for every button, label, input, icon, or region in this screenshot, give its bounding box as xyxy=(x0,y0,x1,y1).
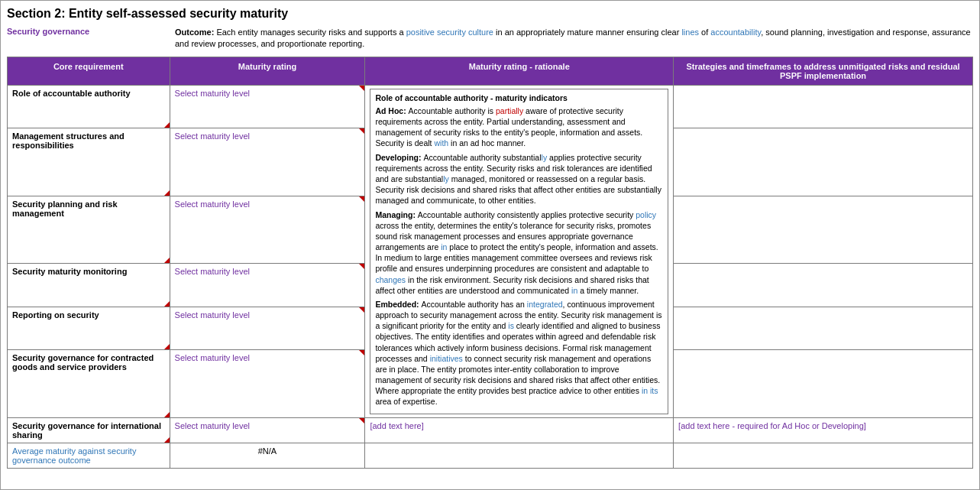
level-text-emb-its: its xyxy=(650,386,658,395)
page-wrapper: Section 2: Entity self-assessed security… xyxy=(0,0,980,490)
outcome-text: Outcome: Each entity manages security ri… xyxy=(175,27,973,50)
core-req-contracted: Security governance for contracted goods… xyxy=(8,349,170,417)
outcome-lines: lines xyxy=(681,28,699,37)
header-maturity-rating: Maturity rating xyxy=(170,57,365,85)
select-maturity-6[interactable]: Select maturity level xyxy=(175,421,250,430)
strategies-cell-1 xyxy=(674,128,973,196)
core-req-role-accountable: Role of accountable authority xyxy=(8,85,170,128)
rating-cell-3[interactable]: Select maturity level xyxy=(170,264,365,307)
strategies-cell-0 xyxy=(674,85,973,128)
level-text-dev-ly: ly xyxy=(542,153,548,162)
maturity-panel-title: Role of accountable authority - maturity… xyxy=(375,92,663,103)
rating-cell-2[interactable]: Select maturity level xyxy=(170,196,365,264)
level-text-adhoc-partial: partially xyxy=(496,106,523,115)
rating-cell-6[interactable]: Select maturity level xyxy=(170,417,365,443)
rating-cell-5[interactable]: Select maturity level xyxy=(170,349,365,417)
avg-rationale-cell xyxy=(365,443,674,468)
strategies-cell-2 xyxy=(674,196,973,264)
maturity-level-managing: Managing: Accountable authority consiste… xyxy=(375,209,663,296)
select-maturity-0[interactable]: Select maturity level xyxy=(175,89,250,98)
level-text-man-changes: changes xyxy=(375,275,406,284)
level-text-adhoc: Accountable authority is xyxy=(409,106,496,115)
select-maturity-1[interactable]: Select maturity level xyxy=(175,131,250,141)
level-name-developing: Developing: xyxy=(375,153,423,162)
level-name-managing: Managing: xyxy=(375,210,417,219)
header-core-req: Core requirement xyxy=(8,57,170,85)
table-row: Security governance for international sh… xyxy=(8,417,973,443)
select-maturity-2[interactable]: Select maturity level xyxy=(175,200,250,209)
core-req-reporting: Reporting on security xyxy=(8,307,170,349)
avg-label: Average maturity against security govern… xyxy=(12,446,136,465)
outcome-positive: positive security culture xyxy=(406,28,493,37)
outcome-label: Security governance xyxy=(7,27,175,50)
strategies-cell-4 xyxy=(674,307,973,349)
core-req-planning: Security planning and risk management xyxy=(8,196,170,264)
strategies-cell-6[interactable]: [add text here - required for Ad Hoc or … xyxy=(674,417,973,443)
maturity-level-adhoc: Ad Hoc: Accountable authority is partial… xyxy=(375,105,663,149)
level-text-emb-1: Accountable authority has an xyxy=(422,300,527,309)
section-title: Section 2: Entity self-assessed security… xyxy=(7,7,973,21)
level-text-man-5: a timely manner. xyxy=(577,286,639,295)
strategies-add-text-6: [add text here - required for Ad Hoc or … xyxy=(678,421,866,430)
rating-cell-4[interactable]: Select maturity level xyxy=(170,307,365,349)
avg-label-cell: Average maturity against security govern… xyxy=(8,443,170,468)
rating-cell-1[interactable]: Select maturity level xyxy=(170,128,365,196)
level-text-dev-1: Accountable authority substantial xyxy=(423,153,541,162)
avg-value-cell: #N/A xyxy=(170,443,365,468)
select-maturity-4[interactable]: Select maturity level xyxy=(175,310,250,320)
core-req-management: Management structures and responsibiliti… xyxy=(8,128,170,196)
core-req-monitoring: Security maturity monitoring xyxy=(8,264,170,307)
rationale-cell-0: Role of accountable authority - maturity… xyxy=(365,85,674,417)
level-text-emb-integrated: integrated xyxy=(527,300,563,309)
rationale-add-text-6: [add text here] xyxy=(370,421,423,430)
level-text-emb-in: in xyxy=(642,386,648,395)
table-row: Role of accountable authority Select mat… xyxy=(8,85,973,128)
select-maturity-5[interactable]: Select maturity level xyxy=(175,353,250,362)
level-text-emb-initiatives: initiatives xyxy=(430,354,463,363)
avg-strategies-cell xyxy=(674,443,973,468)
level-text-man-policy: policy xyxy=(636,210,656,219)
table-header-row: Core requirement Maturity rating Maturit… xyxy=(8,57,973,85)
strategies-cell-5 xyxy=(674,349,973,417)
level-text-emb-is: is xyxy=(508,321,514,330)
level-text-dev-ly2: ly xyxy=(443,174,449,183)
level-name-adhoc: Ad Hoc: xyxy=(375,106,408,115)
level-text-adhoc-with: with xyxy=(434,138,448,148)
select-maturity-3[interactable]: Select maturity level xyxy=(175,267,250,276)
main-table: Core requirement Maturity rating Maturit… xyxy=(7,57,973,469)
outcome-text-acc: of xyxy=(699,28,710,37)
rationale-cell-6[interactable]: [add text here] xyxy=(365,417,674,443)
outcome-bold: Outcome: Each entity manages security ri… xyxy=(175,28,406,37)
average-row: Average maturity against security govern… xyxy=(8,443,973,468)
level-text-emb-6: area of expertise. xyxy=(375,397,437,406)
strategies-cell-3 xyxy=(674,264,973,307)
level-name-embedded: Embedded: xyxy=(375,300,421,309)
outcome-accountability: accountability xyxy=(710,28,761,37)
maturity-level-developing: Developing: Accountable authority substa… xyxy=(375,152,663,206)
header-rationale: Maturity rating - rationale xyxy=(365,57,674,85)
outcome-text-mid: in an appropriately mature manner ensuri… xyxy=(493,28,681,37)
rating-cell-0[interactable]: Select maturity level xyxy=(170,85,365,128)
level-text-man-1: Accountable authority consistently appli… xyxy=(418,210,636,219)
maturity-level-embedded: Embedded: Accountable authority has an i… xyxy=(375,299,663,407)
outcome-row: Security governance Outcome: Each entity… xyxy=(7,27,973,50)
core-req-international: Security governance for international sh… xyxy=(8,417,170,443)
level-text-adhoc-3: in an ad hoc manner. xyxy=(448,138,526,148)
maturity-panel: Role of accountable authority - maturity… xyxy=(370,89,668,414)
header-strategies: Strategies and timeframes to address unm… xyxy=(674,57,973,85)
